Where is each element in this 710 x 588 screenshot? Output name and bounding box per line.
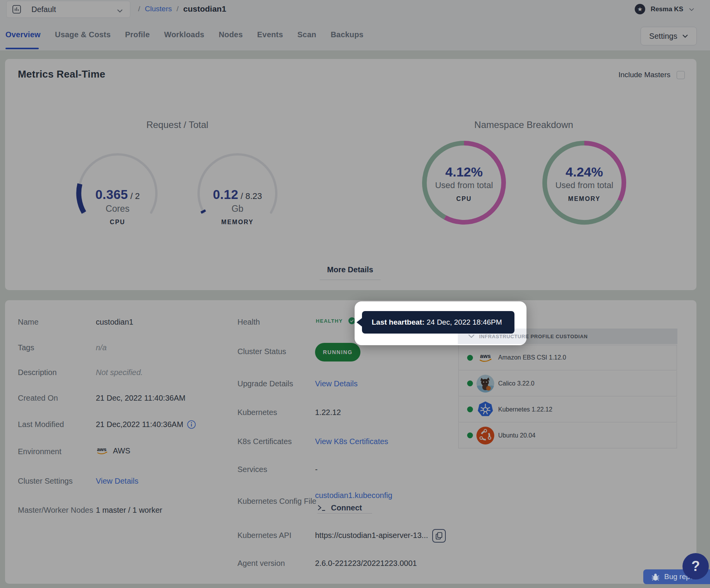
last-heartbeat-tooltip: Last heartbeat: 24 Dec, 2022 18:46PM xyxy=(362,311,514,334)
infrastructure-profile-title-highlight: INFRASTRUCTURE PROFILE CUSTODIAN xyxy=(479,334,526,339)
page: Default / Clusters / custodian1 ★ Resma … xyxy=(0,0,710,588)
chevron-down-icon xyxy=(468,333,475,340)
tour-dim-overlay xyxy=(0,0,710,588)
help-button[interactable]: ? xyxy=(682,553,709,579)
last-heartbeat-text: Last heartbeat: 24 Dec, 2022 18:46PM xyxy=(372,318,502,327)
last-heartbeat-value: 24 Dec, 2022 18:46PM xyxy=(426,318,502,326)
tooltip-arrow-left xyxy=(357,318,362,327)
bug-icon xyxy=(651,572,660,581)
last-heartbeat-title: Last heartbeat: xyxy=(372,318,424,326)
